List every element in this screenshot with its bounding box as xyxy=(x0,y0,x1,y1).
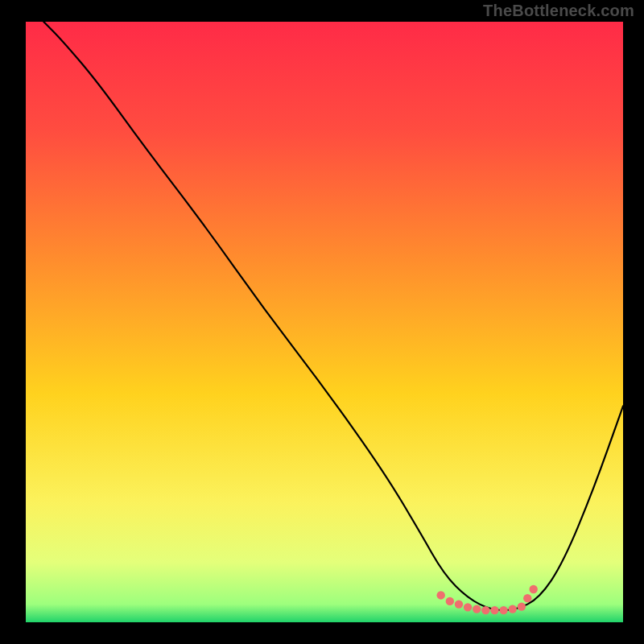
optimal-marker xyxy=(499,606,507,614)
optimal-marker xyxy=(530,585,538,593)
optimal-marker xyxy=(455,600,463,608)
chart-container: TheBottleneck.com xyxy=(0,0,644,644)
optimal-marker xyxy=(473,605,481,613)
plot-background xyxy=(26,22,623,622)
optimal-marker xyxy=(446,597,454,605)
optimal-marker xyxy=(464,603,472,611)
optimal-marker xyxy=(436,591,444,599)
bottleneck-chart xyxy=(26,22,623,622)
optimal-marker xyxy=(518,602,526,610)
watermark-text: TheBottleneck.com xyxy=(483,2,634,20)
optimal-marker xyxy=(509,605,517,613)
optimal-marker xyxy=(490,606,498,614)
optimal-marker xyxy=(481,606,489,614)
optimal-marker xyxy=(523,594,531,602)
